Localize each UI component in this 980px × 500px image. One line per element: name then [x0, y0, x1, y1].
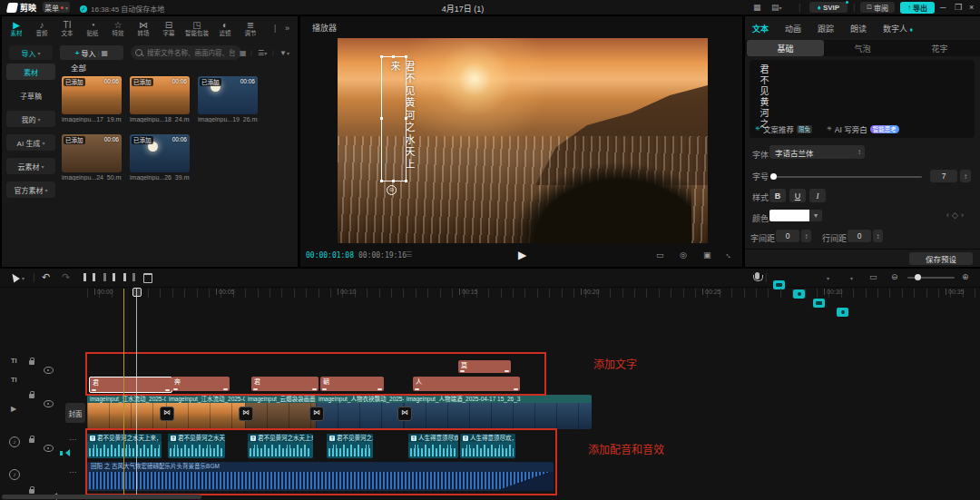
underline-button[interactable]: U — [789, 189, 806, 202]
link-clips-icon[interactable] — [813, 299, 825, 308]
library-item-3[interactable]: 已添加 00:06 — [198, 76, 258, 114]
more-icon[interactable]: ⋯ — [69, 468, 76, 476]
preview-axis-icon[interactable] — [837, 308, 848, 317]
color-swatch[interactable] — [769, 210, 809, 221]
resize-handle[interactable] — [405, 55, 407, 58]
tab-tracking[interactable]: 跟踪 — [818, 23, 834, 34]
transition-icon[interactable]: ⋈ — [397, 407, 412, 421]
tab-effects[interactable]: ☆特效 — [105, 20, 131, 37]
font-select[interactable]: 字语古兰体 — [769, 145, 857, 159]
record-voiceover-icon[interactable] — [755, 272, 760, 279]
line-spacing-value[interactable]: 0 — [848, 230, 871, 242]
svip-button[interactable]: ♦ SVIP — [809, 2, 848, 13]
resize-handle[interactable] — [405, 117, 407, 120]
lock-icon[interactable] — [29, 394, 34, 398]
visibility-icon[interactable] — [44, 400, 54, 407]
cover-button[interactable]: 封面 — [65, 403, 85, 423]
zoom-out-icon[interactable]: ⊖ — [891, 272, 898, 281]
bold-button[interactable]: B — [769, 189, 786, 202]
tab-transitions[interactable]: ⋈转场 — [131, 20, 156, 37]
transition-icon[interactable]: ⋈ — [309, 407, 324, 421]
text-content[interactable]: 君不见黄河之 — [757, 64, 770, 130]
overlay-text[interactable]: 君不见黄河之水天上来 — [387, 61, 416, 181]
text-content-box[interactable]: 君不见黄河之 ✳ 文案推荐 限免 ✳ AI 写旁白 智能思考 — [750, 60, 975, 138]
sidebar-item-cloud[interactable]: 云素材▾ — [6, 158, 55, 174]
chevron-down-icon[interactable]: ▾ — [850, 275, 853, 281]
playhead-line[interactable] — [136, 289, 137, 497]
subtab-basic[interactable]: 基础 — [747, 40, 824, 56]
library-item-5[interactable]: 已添加 00:06 — [130, 134, 190, 172]
resize-handle[interactable] — [392, 55, 395, 58]
video-preview[interactable]: 君不见黄河之水天上来 ⊙ — [338, 38, 708, 243]
library-section-label[interactable]: 全部 — [71, 62, 86, 73]
timeline-resize-icon[interactable]: ▭ — [869, 272, 877, 281]
ai-narration-label[interactable]: AI 写旁白 — [835, 123, 867, 134]
playhead-handle[interactable] — [132, 288, 142, 297]
minimize-button[interactable]: ─ — [940, 0, 946, 15]
trim-left-icon[interactable] — [103, 273, 115, 281]
tab-captions[interactable]: ⊟字幕 — [156, 20, 181, 37]
save-preset-button[interactable]: 保存预设 — [909, 252, 973, 265]
import-button[interactable]: + 导入 | ▦ — [60, 45, 123, 60]
chevron-down-icon[interactable]: ▾ — [827, 275, 829, 281]
tab-filters[interactable]: ◐滤镜 — [212, 20, 238, 37]
tab-adjust[interactable]: ≣调节 — [238, 20, 263, 37]
more-icon[interactable]: ⋯ — [69, 436, 76, 444]
library-item-2[interactable]: 已添加 00:06 — [130, 76, 190, 114]
letter-spacing-value[interactable]: 0 — [776, 230, 799, 242]
tab-media[interactable]: ▶素材 — [4, 20, 29, 37]
resize-handle[interactable] — [392, 180, 395, 182]
select-tool-chevron[interactable]: ▾ — [22, 275, 24, 281]
trim-right-icon[interactable] — [123, 273, 135, 281]
size-value[interactable]: 7 — [930, 170, 957, 182]
video-clip-3[interactable]: imageinput_云烟袅袅画面 — [245, 395, 316, 429]
sidebar-item-subdraft[interactable]: 子草稿 — [6, 87, 55, 103]
library-item-1[interactable]: 已添加 00:06 — [62, 76, 122, 114]
delete-icon[interactable] — [143, 273, 152, 283]
grid-view-icon[interactable]: ▦ — [240, 49, 247, 57]
letter-spacing-stepper[interactable]: ↕ — [801, 230, 811, 242]
fit-frame-icon[interactable]: ◎ — [680, 250, 687, 260]
undo-icon[interactable]: ↶ — [42, 271, 50, 283]
tab-sticker[interactable]: ◔贴纸 — [80, 20, 105, 37]
more-tabs-chevron[interactable]: » — [285, 24, 289, 33]
sidebar-item-material[interactable]: 素材 — [6, 64, 55, 80]
split-clip-icon[interactable] — [83, 273, 95, 281]
lock-icon[interactable] — [29, 489, 34, 494]
tab-text[interactable]: TI文本 — [54, 20, 80, 37]
library-item-4[interactable]: 已添加 00:06 — [62, 134, 122, 172]
lock-icon[interactable] — [29, 360, 34, 365]
video-clip-5[interactable]: imageinput_人物端酒_2025-04-17 15_26_3 — [404, 395, 592, 429]
filter-funnel-icon[interactable]: ▼▾ — [279, 49, 289, 57]
export-button[interactable]: ↑ 导出 — [900, 2, 935, 14]
close-button[interactable]: × — [969, 0, 974, 15]
visibility-icon[interactable] — [44, 445, 54, 452]
lock-icon[interactable] — [29, 438, 34, 443]
font-stepper[interactable]: ↕ — [854, 145, 865, 159]
copy-suggest-label[interactable]: 文案推荐 — [763, 123, 794, 134]
zoom-in-icon[interactable]: ⊕ — [962, 272, 969, 281]
timeline-zoom-handle[interactable] — [915, 274, 921, 280]
resize-handle[interactable] — [380, 180, 383, 182]
aspect-ratio-icon[interactable]: ▣ — [703, 250, 711, 260]
line-spacing-stepper[interactable]: ↕ — [873, 230, 883, 242]
redo-icon[interactable]: ↷ — [62, 271, 70, 283]
fullscreen-icon[interactable]: ↔ — [723, 249, 735, 260]
quality-icon[interactable]: ▭ — [656, 250, 664, 260]
tab-audio[interactable]: ♪音频 — [29, 20, 54, 37]
sort-icon[interactable]: ☰▾ — [258, 49, 267, 57]
sidebar-item-ai-generate[interactable]: AI 生成▾ — [6, 134, 55, 151]
timeline-scrollbar[interactable] — [2, 495, 201, 499]
review-button[interactable]: ⊡ 审阅 — [860, 2, 895, 13]
size-slider-track[interactable] — [772, 176, 922, 178]
import-dropdown[interactable]: 导入 ▾ — [9, 45, 53, 60]
tab-text[interactable]: 文本 — [752, 23, 769, 34]
keyframe-controls[interactable]: ‹◇› — [946, 211, 966, 220]
subtab-bubble[interactable]: 气泡 — [824, 40, 901, 56]
resize-handle[interactable] — [380, 55, 383, 58]
play-button[interactable]: ▶ — [518, 249, 526, 261]
sidebar-item-mine[interactable]: 我的▾ — [6, 111, 55, 127]
video-clip-4[interactable]: imageinput_人物衣袂飘动_2025-04- — [316, 395, 404, 429]
layout-icon[interactable]: ▤▾ — [771, 3, 782, 12]
italic-button[interactable]: I — [809, 189, 826, 202]
